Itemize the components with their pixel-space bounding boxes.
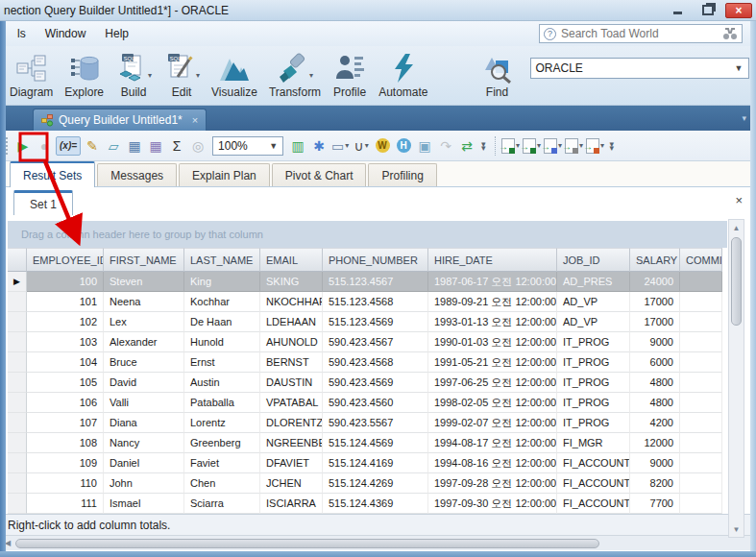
- cell-hire_date[interactable]: 1990-01-03 오전 12:00:00: [428, 332, 557, 352]
- refresh-button[interactable]: ⇄: [457, 136, 476, 156]
- table-row[interactable]: 107DianaLorentzDLORENTZ590.423.55671999-…: [8, 413, 756, 433]
- toad-hub-button[interactable]: H: [394, 136, 413, 156]
- cell-employee_id[interactable]: 102: [27, 312, 104, 332]
- cell-phone_number[interactable]: 590.423.4560: [323, 393, 428, 413]
- menu-item-window[interactable]: Window: [36, 24, 96, 43]
- tools-button[interactable]: ✱: [309, 136, 329, 156]
- cell-employee_id[interactable]: 100: [27, 272, 104, 292]
- table-row[interactable]: 104BruceErnstBERNST590.423.45681991-05-2…: [8, 352, 756, 373]
- cell-job_id[interactable]: IT_PROG: [557, 352, 630, 373]
- query-diagram-button[interactable]: ▱: [104, 136, 123, 156]
- column-header-commissi[interactable]: COMMISSI: [680, 248, 722, 272]
- cell-hire_date[interactable]: 1999-02-07 오전 12:00:00: [428, 413, 557, 433]
- cell-first_name[interactable]: Steven: [104, 272, 184, 292]
- export-grid-button[interactable]: ▥: [288, 136, 307, 156]
- horizontal-scroll-thumb[interactable]: [15, 539, 599, 548]
- cell-employee_id[interactable]: 105: [27, 373, 104, 393]
- cell-commissi[interactable]: [680, 494, 722, 514]
- cell-job_id[interactable]: FI_ACCOUNT: [557, 453, 630, 473]
- cell-employee_id[interactable]: 104: [27, 352, 104, 373]
- binoculars-icon[interactable]: [722, 27, 738, 40]
- cell-last_name[interactable]: De Haan: [184, 312, 260, 332]
- cell-employee_id[interactable]: 109: [27, 453, 104, 473]
- table-row[interactable]: 106ValliPataballaVPATABAL590.423.4560199…: [8, 393, 756, 413]
- table-row[interactable]: 111IsmaelSciarraISCIARRA515.124.43691997…: [8, 494, 756, 514]
- cell-job_id[interactable]: IT_PROG: [557, 373, 630, 393]
- cube-button[interactable]: ▣: [415, 136, 434, 156]
- restore-button[interactable]: [695, 3, 721, 18]
- cell-salary[interactable]: 8200: [630, 473, 680, 494]
- cell-phone_number[interactable]: 515.124.4269: [323, 473, 428, 494]
- column-header-hire_date[interactable]: HIRE_DATE: [428, 248, 557, 272]
- sum-button[interactable]: Σ: [167, 136, 186, 156]
- cell-first_name[interactable]: Neena: [104, 292, 184, 312]
- cell-employee_id[interactable]: 106: [27, 393, 104, 413]
- cell-employee_id[interactable]: 101: [27, 292, 104, 312]
- chevron-down-icon[interactable]: ▾: [148, 71, 152, 80]
- cell-commissi[interactable]: [680, 393, 722, 413]
- table-row[interactable]: 102LexDe HaanLDEHAAN515.123.45691993-01-…: [8, 312, 756, 332]
- cell-last_name[interactable]: Greenberg: [184, 433, 260, 453]
- cell-phone_number[interactable]: 590.423.5567: [323, 413, 428, 433]
- redo-button[interactable]: ↷: [436, 136, 455, 156]
- cell-job_id[interactable]: FI_MGR: [557, 433, 630, 453]
- toad-world-button[interactable]: W: [373, 136, 392, 156]
- cell-salary[interactable]: 4800: [630, 393, 680, 413]
- cell-phone_number[interactable]: 590.423.4569: [323, 373, 428, 393]
- edit-sql-button[interactable]: ✎: [83, 136, 102, 156]
- cell-hire_date[interactable]: 1997-09-28 오전 12:00:00: [428, 473, 557, 494]
- tab-profiling[interactable]: Profiling: [368, 163, 436, 186]
- column-header-employee_id[interactable]: EMPLOYEE_ID: [27, 248, 104, 272]
- cell-first_name[interactable]: Lex: [104, 312, 184, 332]
- cell-hire_date[interactable]: 1989-09-21 오전 12:00:00: [428, 292, 557, 312]
- cell-email[interactable]: DAUSTIN: [260, 373, 323, 393]
- cell-last_name[interactable]: Faviet: [184, 453, 260, 473]
- cell-commissi[interactable]: [680, 473, 722, 494]
- diagram-button[interactable]: Diagram: [4, 50, 59, 100]
- cell-email[interactable]: JCHEN: [260, 473, 323, 494]
- cell-hire_date[interactable]: 1998-02-05 오전 12:00:00: [428, 393, 557, 413]
- cell-employee_id[interactable]: 111: [27, 494, 104, 514]
- column-header-first_name[interactable]: FIRST_NAME: [104, 248, 184, 272]
- cell-first_name[interactable]: Valli: [104, 393, 184, 413]
- tab-close-icon[interactable]: ×: [192, 114, 198, 126]
- cell-commissi[interactable]: [680, 453, 722, 473]
- cell-salary[interactable]: 6000: [630, 352, 680, 373]
- cell-last_name[interactable]: Sciarra: [184, 494, 260, 514]
- export-link-button[interactable]: →▾: [565, 136, 584, 156]
- cell-job_id[interactable]: FI_ACCOUNT: [557, 473, 630, 494]
- find-button[interactable]: Find: [475, 50, 521, 100]
- close-button[interactable]: ×: [725, 3, 752, 18]
- cell-email[interactable]: SKING: [260, 272, 323, 292]
- chevron-down-icon[interactable]: ▾: [196, 71, 200, 80]
- cell-salary[interactable]: 7700: [630, 494, 680, 514]
- cell-first_name[interactable]: Ismael: [104, 494, 184, 514]
- cell-phone_number[interactable]: 515.123.4568: [323, 292, 428, 312]
- cell-salary[interactable]: 17000: [630, 292, 680, 312]
- union-button[interactable]: ∪▾: [352, 136, 371, 156]
- cell-phone_number[interactable]: 515.123.4569: [323, 312, 428, 332]
- cell-job_id[interactable]: IT_PROG: [557, 332, 630, 352]
- zoom-select[interactable]: 100%▼: [212, 136, 283, 156]
- search-input[interactable]: [561, 27, 722, 40]
- cell-salary[interactable]: 9000: [630, 332, 680, 352]
- cell-last_name[interactable]: Pataballa: [184, 393, 260, 413]
- tab-result-sets[interactable]: Result Sets: [10, 161, 95, 187]
- column-header-email[interactable]: EMAIL: [260, 248, 323, 272]
- cell-last_name[interactable]: Lorentz: [184, 413, 260, 433]
- set-close-icon[interactable]: ×: [735, 193, 743, 207]
- scroll-up-icon[interactable]: ▲: [729, 220, 744, 235]
- cell-salary[interactable]: 9000: [630, 453, 680, 473]
- cell-commissi[interactable]: [680, 292, 722, 312]
- tab-explain-plan[interactable]: Explain Plan: [179, 163, 270, 186]
- cell-first_name[interactable]: Nancy: [104, 433, 184, 453]
- cell-email[interactable]: DLORENTZ: [260, 413, 323, 433]
- cell-last_name[interactable]: Ernst: [184, 352, 260, 373]
- column-header-phone_number[interactable]: PHONE_NUMBER: [323, 248, 428, 272]
- cell-phone_number[interactable]: 515.123.4567: [323, 272, 428, 292]
- table-row[interactable]: 101NeenaKochharNKOCHHAR515.123.45681989-…: [8, 292, 756, 312]
- table-row[interactable]: ▶100StevenKingSKING515.123.45671987-06-1…: [8, 272, 756, 292]
- stop-button[interactable]: ●: [35, 136, 54, 156]
- cell-commissi[interactable]: [680, 373, 722, 393]
- vertical-scrollbar[interactable]: ▲ ▼: [728, 219, 744, 538]
